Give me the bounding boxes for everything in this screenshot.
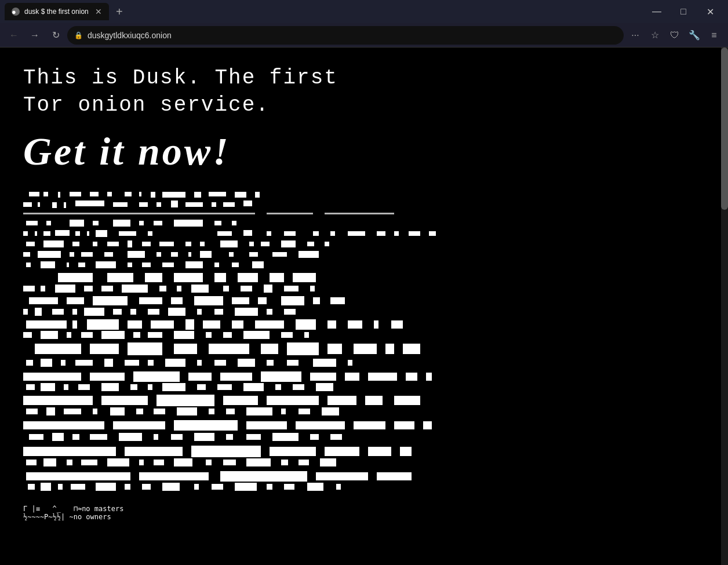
page-content: This is Dusk. The first Tor onion servic… bbox=[0, 48, 728, 565]
header-line2: Tor onion service. bbox=[23, 92, 705, 119]
scrollbar[interactable] bbox=[721, 48, 728, 565]
content-area: This is Dusk. The first Tor onion servic… bbox=[0, 48, 728, 565]
scrollbar-thumb[interactable] bbox=[721, 48, 728, 210]
cta-text[interactable]: Get it now! bbox=[23, 129, 705, 174]
reload-button[interactable]: ↻ bbox=[46, 26, 65, 45]
more-button[interactable]: ··· bbox=[626, 26, 645, 45]
new-tab-button[interactable]: + bbox=[111, 5, 128, 19]
tab-title: dusk $ the first onion bbox=[24, 8, 90, 16]
ascii-bottom-text1: Γ |≡ ^_ ⊓≈no masters ½~~~~P~½½| ~no owne… bbox=[23, 505, 705, 521]
address-bar-container: 🔒 bbox=[67, 26, 624, 45]
back-button[interactable]: ← bbox=[5, 26, 23, 45]
minimize-button[interactable]: — bbox=[643, 0, 670, 23]
ascii-text1-label: Γ |≡ ^_ ⊓≈no masters bbox=[23, 505, 123, 513]
menu-button[interactable]: ≡ bbox=[705, 26, 723, 45]
window-controls: — □ ✕ bbox=[643, 0, 723, 23]
close-button[interactable]: ✕ bbox=[697, 0, 723, 23]
tab-close-button[interactable]: ✕ bbox=[95, 7, 102, 16]
header-line1: This is Dusk. The first bbox=[23, 65, 705, 92]
tab-favicon: ● bbox=[12, 8, 20, 16]
header-text: This is Dusk. The first Tor onion servic… bbox=[23, 65, 705, 119]
tab-bar: ● dusk $ the first onion ✕ + — □ ✕ bbox=[0, 0, 728, 23]
extensions-button[interactable]: 🔧 bbox=[685, 26, 704, 45]
shield-button[interactable]: 🛡 bbox=[665, 26, 684, 45]
ascii-text2-label: ½~~~~P~½½| ~no owners bbox=[23, 513, 111, 521]
lock-icon: 🔒 bbox=[74, 31, 83, 39]
maximize-button[interactable]: □ bbox=[670, 0, 697, 23]
browser-window: ● dusk $ the first onion ✕ + — □ ✕ ← → ↻… bbox=[0, 0, 728, 565]
active-tab[interactable]: ● dusk $ the first onion ✕ bbox=[5, 3, 109, 20]
nav-bar: ← → ↻ 🔒 ··· ☆ 🛡 🔧 ≡ bbox=[0, 23, 728, 48]
nav-right-icons: ··· ☆ 🛡 🔧 ≡ bbox=[626, 26, 723, 45]
bookmark-button[interactable]: ☆ bbox=[646, 26, 664, 45]
address-input[interactable] bbox=[88, 31, 617, 40]
ascii-art-area bbox=[23, 192, 441, 499]
forward-button[interactable]: → bbox=[26, 26, 44, 45]
